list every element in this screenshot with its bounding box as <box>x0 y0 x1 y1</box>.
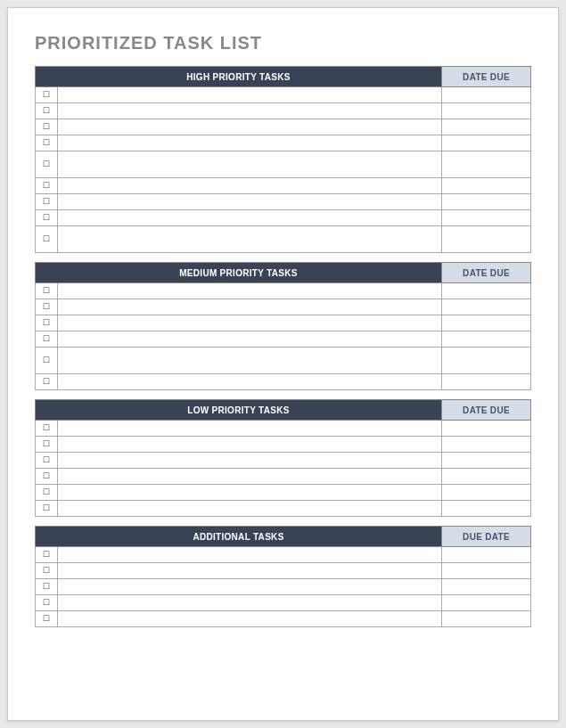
task-checkbox[interactable]: ☐ <box>35 119 58 135</box>
task-date-cell[interactable] <box>442 299 531 315</box>
task-text-cell[interactable] <box>58 579 442 595</box>
task-text-cell[interactable] <box>58 151 442 178</box>
task-text-cell[interactable] <box>58 283 442 299</box>
task-checkbox[interactable]: ☐ <box>35 87 58 103</box>
checkbox-icon: ☐ <box>43 214 50 222</box>
task-date-cell[interactable] <box>442 547 531 563</box>
task-date-cell[interactable] <box>442 579 531 595</box>
task-date-cell[interactable] <box>442 226 531 253</box>
checkbox-icon: ☐ <box>43 160 50 168</box>
task-text-cell[interactable] <box>58 469 442 485</box>
task-checkbox[interactable]: ☐ <box>35 283 58 299</box>
task-checkbox[interactable]: ☐ <box>35 485 58 501</box>
section-date-header: DUE DATE <box>442 526 531 547</box>
task-text-cell[interactable] <box>58 331 442 348</box>
task-checkbox[interactable]: ☐ <box>35 299 58 315</box>
checkbox-icon: ☐ <box>43 551 50 559</box>
task-date-cell[interactable] <box>442 611 531 627</box>
task-checkbox[interactable]: ☐ <box>35 547 58 563</box>
task-date-cell[interactable] <box>442 178 531 194</box>
task-checkbox[interactable]: ☐ <box>35 453 58 469</box>
task-checkbox[interactable]: ☐ <box>35 501 58 517</box>
task-text-cell[interactable] <box>58 87 442 103</box>
task-checkbox[interactable]: ☐ <box>35 178 58 194</box>
checkbox-icon: ☐ <box>43 424 50 432</box>
section-task-header: MEDIUM PRIORITY TASKS <box>35 262 442 283</box>
task-text-cell[interactable] <box>58 501 442 517</box>
task-date-cell[interactable] <box>442 437 531 453</box>
task-checkbox[interactable]: ☐ <box>35 103 58 119</box>
task-date-cell[interactable] <box>442 135 531 151</box>
task-text-cell[interactable] <box>58 453 442 469</box>
task-date-cell[interactable] <box>442 501 531 517</box>
task-checkbox[interactable]: ☐ <box>35 194 58 210</box>
task-date-cell[interactable] <box>442 119 531 135</box>
task-text-cell[interactable] <box>58 299 442 315</box>
task-checkbox[interactable]: ☐ <box>35 611 58 627</box>
task-text-cell[interactable] <box>58 437 442 453</box>
task-text-cell[interactable] <box>58 595 442 611</box>
checkbox-icon: ☐ <box>43 303 50 311</box>
task-text-cell[interactable] <box>58 119 442 135</box>
task-date-cell[interactable] <box>442 374 531 390</box>
section-date-header: DATE DUE <box>442 399 531 421</box>
task-text-cell[interactable] <box>58 485 442 501</box>
task-date-cell[interactable] <box>442 103 531 119</box>
task-row: ☐ <box>35 299 531 315</box>
task-date-cell[interactable] <box>442 563 531 579</box>
task-section: MEDIUM PRIORITY TASKSDATE DUE☐☐☐☐☐☐ <box>35 262 531 390</box>
task-checkbox[interactable]: ☐ <box>35 563 58 579</box>
task-date-cell[interactable] <box>442 348 531 374</box>
task-text-cell[interactable] <box>58 348 442 374</box>
task-text-cell[interactable] <box>58 315 442 331</box>
task-checkbox[interactable]: ☐ <box>35 374 58 390</box>
task-date-cell[interactable] <box>442 194 531 210</box>
task-text-cell[interactable] <box>58 194 442 210</box>
task-checkbox[interactable]: ☐ <box>35 331 58 348</box>
task-text-cell[interactable] <box>58 563 442 579</box>
task-row: ☐ <box>35 501 531 517</box>
task-text-cell[interactable] <box>58 374 442 390</box>
task-date-cell[interactable] <box>442 210 531 226</box>
task-checkbox[interactable]: ☐ <box>35 348 58 374</box>
checkbox-icon: ☐ <box>43 139 50 147</box>
task-text-cell[interactable] <box>58 135 442 151</box>
task-text-cell[interactable] <box>58 103 442 119</box>
task-date-cell[interactable] <box>442 283 531 299</box>
task-checkbox[interactable]: ☐ <box>35 595 58 611</box>
task-text-cell[interactable] <box>58 226 442 253</box>
task-checkbox[interactable]: ☐ <box>35 151 58 178</box>
task-row: ☐ <box>35 315 531 331</box>
task-checkbox[interactable]: ☐ <box>35 469 58 485</box>
task-checkbox[interactable]: ☐ <box>35 579 58 595</box>
task-checkbox[interactable]: ☐ <box>35 421 58 437</box>
page: PRIORITIZED TASK LIST HIGH PRIORITY TASK… <box>7 7 559 721</box>
task-date-cell[interactable] <box>442 469 531 485</box>
task-text-cell[interactable] <box>58 547 442 563</box>
task-date-cell[interactable] <box>442 595 531 611</box>
checkbox-icon: ☐ <box>43 91 50 99</box>
task-date-cell[interactable] <box>442 485 531 501</box>
task-date-cell[interactable] <box>442 315 531 331</box>
task-text-cell[interactable] <box>58 611 442 627</box>
checkbox-icon: ☐ <box>43 335 50 343</box>
task-row: ☐ <box>35 421 531 437</box>
section-header: ADDITIONAL TASKSDUE DATE <box>35 526 531 547</box>
task-text-cell[interactable] <box>58 421 442 437</box>
task-date-cell[interactable] <box>442 453 531 469</box>
task-date-cell[interactable] <box>442 87 531 103</box>
task-checkbox[interactable]: ☐ <box>35 437 58 453</box>
task-checkbox[interactable]: ☐ <box>35 226 58 253</box>
task-date-cell[interactable] <box>442 421 531 437</box>
task-checkbox[interactable]: ☐ <box>35 210 58 226</box>
task-text-cell[interactable] <box>58 210 442 226</box>
task-checkbox[interactable]: ☐ <box>35 135 58 151</box>
task-row: ☐ <box>35 283 531 299</box>
task-date-cell[interactable] <box>442 331 531 348</box>
task-text-cell[interactable] <box>58 178 442 194</box>
task-row: ☐ <box>35 87 531 103</box>
task-checkbox[interactable]: ☐ <box>35 315 58 331</box>
task-row: ☐ <box>35 348 531 374</box>
task-date-cell[interactable] <box>442 151 531 178</box>
task-row: ☐ <box>35 437 531 453</box>
